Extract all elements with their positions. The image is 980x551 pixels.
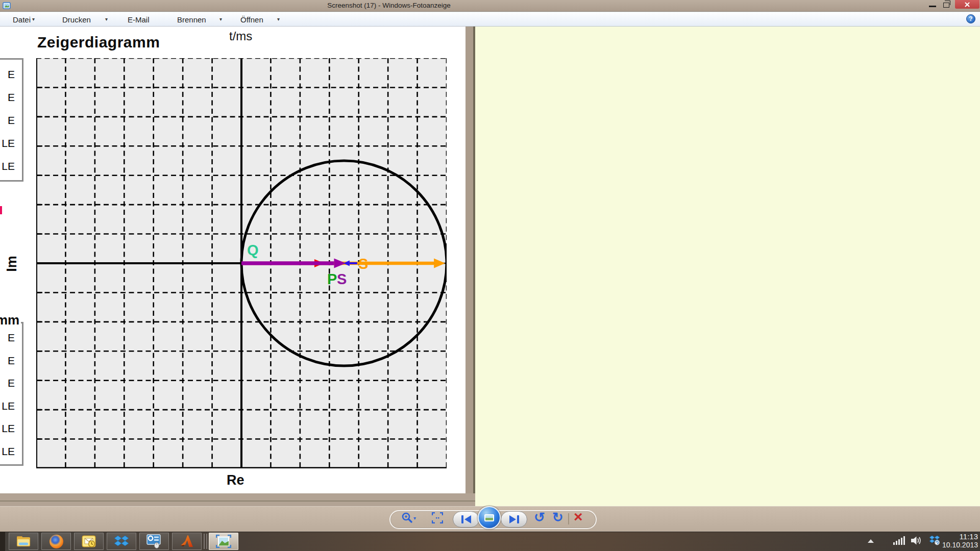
rotate-clockwise-icon[interactable]: ↻: [552, 510, 564, 525]
rotate-counterclockwise-icon[interactable]: ↺: [534, 510, 545, 525]
taskbar-edge: [0, 532, 5, 551]
taskbar-firefox[interactable]: [41, 533, 71, 550]
previous-button[interactable]: [453, 511, 479, 528]
taskbar-file-explorer[interactable]: [9, 533, 38, 550]
slideshow-button[interactable]: [478, 506, 501, 529]
help-icon[interactable]: ?: [966, 14, 975, 23]
picture-icon: [484, 514, 494, 521]
minimize-button[interactable]: [929, 6, 936, 7]
taskbar-matlab[interactable]: [172, 533, 202, 550]
svg-text:S: S: [358, 256, 368, 272]
taskbar-group-line: [204, 534, 205, 549]
tray-time: 11:13: [931, 533, 978, 541]
next-icon: [509, 515, 516, 523]
taskbar-group-line: [206, 534, 207, 549]
menu-drucken[interactable]: Drucken: [62, 15, 91, 24]
legend-box-clipped-top: EEELELE: [0, 58, 23, 182]
zoom-icon[interactable]: [401, 512, 413, 524]
restore-button[interactable]: [943, 3, 949, 8]
chevron-down-icon[interactable]: ▾: [413, 515, 416, 521]
legend-box-clipped-bottom: EEELELELE: [0, 322, 23, 466]
taskbar-outlook[interactable]: [74, 533, 104, 550]
menu-bar: Datei ▾ Drucken ▾ E-Mail Brennen ▾ Öffne…: [0, 12, 980, 27]
photo-viewer-icon: [216, 535, 231, 548]
taskbar-photo-viewer-active[interactable]: [209, 533, 238, 550]
close-button[interactable]: [955, 0, 979, 9]
chevron-down-icon: ▾: [105, 16, 108, 22]
legend-label-fragment: E: [0, 86, 22, 109]
menu-brennen[interactable]: Brennen: [177, 15, 206, 24]
next-button[interactable]: [501, 511, 527, 528]
legend-label-fragment: LE: [0, 155, 22, 178]
delete-icon[interactable]: ×: [574, 508, 583, 525]
legend-label-fragment: LE: [0, 417, 22, 440]
legend-label-fragment: E: [0, 327, 22, 349]
toolbar-separator: [568, 513, 569, 524]
chevron-down-icon: ▾: [277, 16, 280, 22]
chevron-down-icon: ▾: [219, 16, 222, 22]
svg-text:P: P: [327, 271, 337, 287]
file-explorer-icon: [16, 535, 31, 548]
viewer-bottom-strip-line: [0, 500, 475, 502]
tray-date: 10.10.2013: [931, 541, 978, 549]
firefox-icon: [50, 535, 63, 548]
tray-show-hidden-icon[interactable]: [868, 539, 874, 543]
taskbar-dropbox[interactable]: [107, 533, 136, 550]
title-bar: Screenshot (17) - Windows-Fotoanzeige: [0, 0, 980, 12]
time-axis-label: t/ms: [229, 29, 252, 43]
yellow-background-pane: [475, 27, 980, 506]
y-axis-label: Im: [1, 253, 22, 274]
tray-clock[interactable]: 11:13 10.10.2013: [931, 533, 978, 549]
legend-label-fragment: LE: [0, 440, 22, 463]
legend-label-fragment: E: [0, 109, 22, 132]
inner-screenshot-edge-strip: [465, 27, 473, 506]
taskbar-display-settings[interactable]: [139, 533, 169, 550]
app-icon: [3, 2, 11, 10]
legend-label-fragment: LE: [0, 395, 22, 418]
matlab-icon: [179, 535, 194, 548]
viewer-bottom-strip: [0, 493, 475, 506]
legend-label-fragment: LE: [0, 132, 22, 155]
chevron-down-icon: ▾: [32, 16, 35, 22]
chart-title: Zeigerdiagramm: [37, 34, 160, 51]
menu-email[interactable]: E-Mail: [128, 15, 150, 24]
phasor-chart: QPSS: [36, 58, 447, 468]
window-title: Screenshot (17) - Windows-Fotoanzeige: [231, 2, 547, 9]
outlook-icon: [82, 534, 96, 548]
x-axis-label: Re: [227, 472, 244, 488]
actual-size-icon[interactable]: [432, 512, 443, 523]
legend-label-fragment: E: [0, 372, 22, 395]
network-signal-icon[interactable]: [893, 536, 906, 545]
menu-oeffnen[interactable]: Öffnen: [240, 15, 263, 24]
volume-icon[interactable]: [911, 536, 923, 545]
legend-title-fragment: mm: [0, 312, 21, 328]
dropbox-icon: [114, 535, 129, 547]
previous-icon: [461, 515, 463, 523]
display-settings-icon: [146, 534, 162, 548]
legend-label-fragment: E: [0, 349, 22, 372]
svg-text:Q: Q: [247, 242, 259, 258]
svg-text:S: S: [337, 271, 347, 287]
menu-datei[interactable]: Datei: [13, 15, 31, 24]
clipped-red-text-fragment: [0, 206, 2, 214]
legend-label-fragment: E: [0, 63, 22, 86]
